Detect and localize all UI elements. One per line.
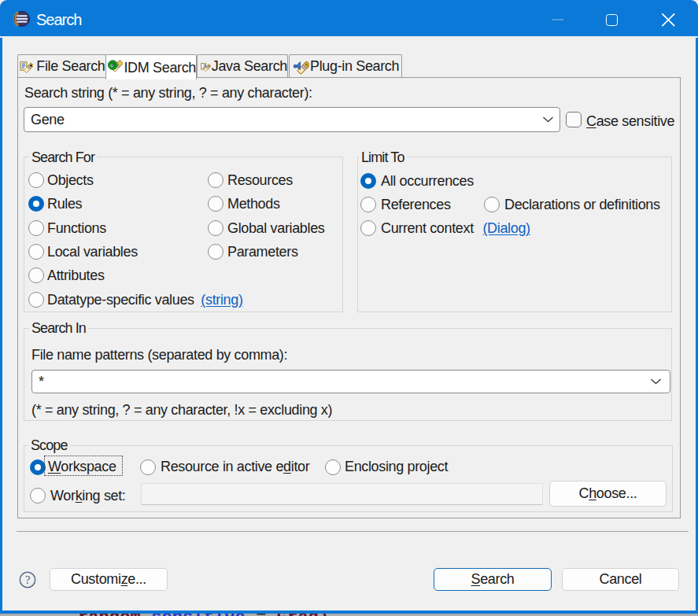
svg-text:?: ? — [25, 574, 30, 586]
